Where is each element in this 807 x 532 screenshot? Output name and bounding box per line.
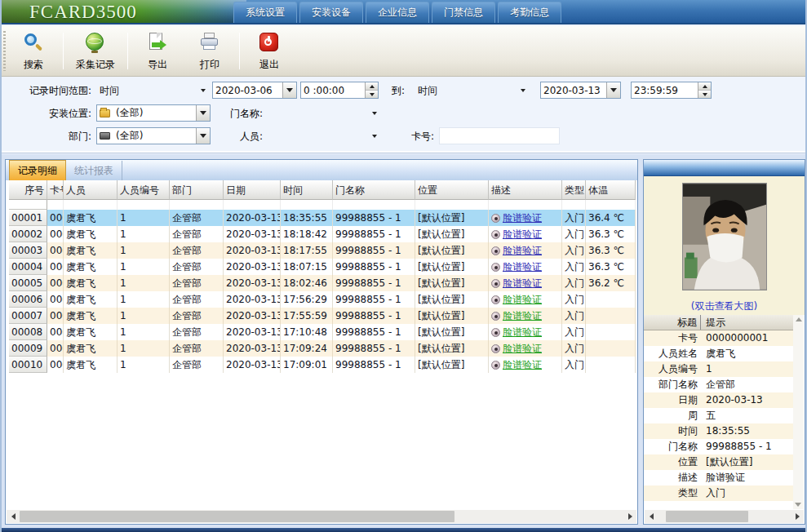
column-header-dept[interactable]: 部门 [170,180,224,200]
table-row[interactable]: 000060000000001虞君飞1企管部2020-03-1317:56:29… [9,291,637,308]
table-row[interactable]: 000100000000001虞君飞1企管部2020-03-1317:09:01… [9,357,637,373]
date-to-picker[interactable]: 2020-03-13 [540,82,621,99]
cell-door: 99988855 - 1 [333,308,415,324]
face-verify-link[interactable]: 脸谱验证 [503,291,542,308]
export-button[interactable]: 导出 [131,26,184,76]
column-header-door[interactable]: 门名称 [333,180,415,200]
face-verify-link[interactable]: 脸谱验证 [503,275,542,291]
exit-button[interactable]: 退出 [243,26,295,76]
menu-item-install-devices[interactable]: 安装设备 [299,2,363,23]
person-photo[interactable] [682,183,767,290]
table-row[interactable]: 000090000000001虞君飞1企管部2020-03-1317:09:24… [9,340,637,357]
table-row[interactable]: 000050000000001虞君飞1企管部2020-03-1318:02:46… [9,275,637,291]
menu-item-company-info[interactable]: 企业信息 [366,2,429,23]
time-type-from-combobox[interactable]: 时间 [96,82,209,99]
to-label: 到: [392,82,413,99]
column-header-person[interactable]: 人员 [64,180,118,200]
face-verify-link[interactable]: 脸谱验证 [503,210,542,226]
column-header-date[interactable]: 日期 [224,180,281,200]
cell-dept: 企管部 [170,308,224,324]
cell-card: 0000000001 [47,242,64,259]
records-horizontal-scrollbar[interactable] [7,510,636,523]
face-verify-link[interactable]: 脸谱验证 [503,340,542,357]
face-verify-link[interactable]: 脸谱验证 [503,242,542,259]
scroll-track[interactable] [658,510,791,523]
date-from-picker[interactable]: 2020-03-06 [212,82,297,99]
tab-stats-report[interactable]: 统计报表 [66,161,122,180]
time-from-spin-buttons[interactable] [365,82,378,98]
collect-records-label: 采集记录 [76,58,115,72]
detail-vertical-scrollbar[interactable] [793,315,804,509]
column-header-location[interactable]: 位置 [415,180,489,200]
cell-date: 2020-03-13 [224,210,281,226]
time-from-spinner[interactable]: 0 :00:00 [300,82,379,99]
install-location-label: 安装位置: [7,105,91,122]
cell-dept: 企管部 [170,340,224,357]
menu-item-access-info[interactable]: 门禁信息 [432,2,495,23]
scroll-right-button[interactable] [623,510,636,523]
install-location-drop-button[interactable] [196,105,210,121]
cell-location: [默认位置] [415,210,489,226]
camera-icon [491,263,500,272]
time-to-spin-buttons[interactable] [698,82,711,98]
photo-zoom-caption[interactable]: (双击查看大图) [644,299,805,315]
door-name-label: 门名称: [217,105,263,122]
install-location-combobox[interactable]: (全部) [96,104,211,122]
table-row[interactable]: 000040000000001虞君飞1企管部2020-03-1318:07:15… [9,259,637,275]
camera-icon [491,361,500,370]
cell-person: 虞君飞 [64,308,118,324]
table-row[interactable]: 000020000000001虞君飞1企管部2020-03-1318:18:42… [9,226,637,242]
column-header-type[interactable]: 类型 [562,180,586,200]
department-drop-button[interactable] [196,128,210,144]
scroll-down-icon[interactable] [795,503,801,507]
column-header-card[interactable]: 卡号 [47,180,64,200]
cell-card: 0000000001 [47,340,64,357]
cell-time: 18:07:15 [281,259,333,275]
detail-table-header: 标题 提示 [644,315,793,330]
column-header-seq[interactable]: 序号 [9,180,47,200]
menu-item-system-settings[interactable]: 系统设置 [233,2,297,23]
table-row[interactable]: 000080000000001虞君飞1企管部2020-03-1317:10:48… [9,324,637,340]
table-row[interactable]: 000070000000001虞君飞1企管部2020-03-1317:55:59… [9,308,637,324]
print-button[interactable]: 打印 [184,26,236,76]
detail-horizontal-scrollbar[interactable] [645,510,804,523]
scroll-thumb[interactable] [666,511,748,522]
collect-records-button[interactable]: 采集记录 [67,26,124,76]
department-combobox[interactable]: (全部) [96,127,211,144]
face-verify-link[interactable]: 脸谱验证 [503,324,542,340]
menu-item-attendance-info[interactable]: 考勤信息 [498,2,561,23]
face-verify-link[interactable]: 脸谱验证 [503,308,542,324]
cell-type: 入门 [562,308,586,324]
scroll-up-icon[interactable] [796,317,802,321]
card-number-input[interactable] [439,127,560,144]
date-to-drop-button[interactable] [606,82,620,98]
date-from-drop-button[interactable] [282,82,296,98]
scroll-right-button[interactable] [791,510,804,523]
detail-value: 入门 [701,485,793,501]
column-header-time[interactable]: 时间 [281,180,333,200]
cell-desc: 脸谱验证 [489,308,562,324]
scroll-left-button[interactable] [645,510,658,523]
detail-label: 人员姓名 [644,346,701,361]
face-verify-link[interactable]: 脸谱验证 [503,357,542,373]
column-header-temp[interactable]: 体温 [586,180,636,200]
table-row[interactable]: 000030000000001虞君飞1企管部2020-03-1318:17:55… [9,242,637,259]
toolbar-grip[interactable] [3,31,6,71]
scroll-thumb[interactable] [20,511,454,522]
scroll-track[interactable] [20,510,623,523]
column-header-desc[interactable]: 描述 [489,180,562,200]
table-row[interactable]: 000010000000001虞君飞1企管部2020-03-1318:35:55… [9,210,637,226]
cell-temp: 36.3 ℃ [586,226,636,242]
search-button[interactable]: 搜索 [7,26,60,76]
time-type-to-combobox[interactable]: 时间 [415,82,529,99]
face-verify-link[interactable]: 脸谱验证 [503,259,542,275]
column-header-person_no[interactable]: 人员编号 [118,180,170,200]
door-name-combobox[interactable] [268,105,380,122]
cell-person_no: 1 [118,275,170,291]
tab-record-detail[interactable]: 记录明细 [9,160,66,180]
time-to-spinner[interactable]: 23:59:59 [631,82,712,99]
face-verify-link[interactable]: 脸谱验证 [503,226,542,242]
cell-person: 虞君飞 [64,259,118,275]
person-combobox[interactable] [268,128,380,144]
scroll-left-button[interactable] [7,510,20,523]
